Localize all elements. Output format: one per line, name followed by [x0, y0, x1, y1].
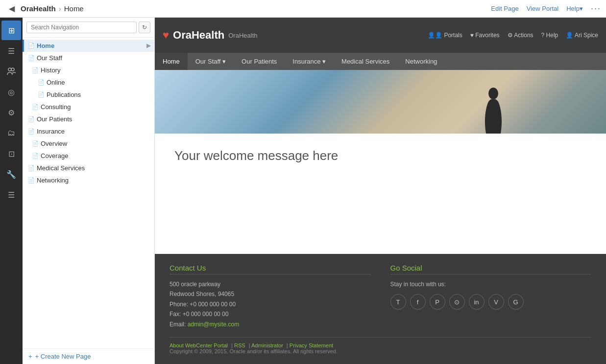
- portal-nav-our-patients[interactable]: Our Patients: [234, 53, 285, 70]
- app-name: OraHealth: [21, 4, 56, 13]
- expand-arrow-icon: ▶: [146, 43, 150, 49]
- vk-icon[interactable]: V: [488, 294, 504, 310]
- sidebar-structure-button[interactable]: ⊡: [1, 144, 21, 163]
- facebook-icon[interactable]: f: [410, 294, 426, 310]
- pinterest-icon[interactable]: P: [430, 294, 445, 310]
- contact-us-title: Contact Us: [170, 264, 371, 274]
- nav-item-online[interactable]: 📄 Online: [23, 76, 154, 89]
- refresh-button[interactable]: ↻: [139, 22, 150, 33]
- sidebar-analytics-button[interactable]: ◎: [1, 82, 21, 102]
- social-desc: Stay in touch with us:: [390, 279, 592, 289]
- nav-item-consulting[interactable]: 📄 Consulting: [23, 101, 154, 113]
- portals-button[interactable]: 👤👤 Portals: [428, 32, 462, 39]
- favorites-icon: ♥: [470, 32, 475, 39]
- svg-point-0: [8, 68, 11, 71]
- privacy-link[interactable]: Privacy Statement: [290, 342, 333, 348]
- portal-header: ♥ OraHealth OraHealth 👤👤 Portals ♥ Favor…: [155, 18, 606, 53]
- contact-details: 500 oracle parkway Redwood Shores, 94065…: [170, 279, 371, 329]
- nav-item-home[interactable]: 📄 Home ▶: [23, 40, 154, 52]
- nav-item-our-patients[interactable]: 📄 Our Patients: [23, 113, 154, 125]
- hero-silhouette: [479, 85, 508, 134]
- sidebar-content-button[interactable]: ☰: [1, 41, 21, 61]
- page-name: Home: [64, 4, 84, 13]
- email-link[interactable]: admin@mysite.com: [188, 321, 240, 328]
- welcome-section: Your welcome message here: [155, 134, 606, 254]
- nav-item-overview[interactable]: 📄 Overview: [23, 137, 154, 150]
- portal-nav-our-staff[interactable]: Our Staff ▾: [188, 53, 234, 70]
- googleplus-icon[interactable]: G: [508, 294, 524, 310]
- nav-item-coverage[interactable]: 📄 Coverage: [23, 150, 154, 162]
- welcome-title: Your welcome message here: [174, 148, 586, 163]
- sidebar-settings-button[interactable]: ⚙: [1, 103, 21, 122]
- nav-item-insurance[interactable]: 📄 Insurance: [23, 125, 154, 137]
- footer-bottom: About WebCenter Portal | RSS | Administr…: [170, 337, 591, 354]
- social-icons-row: T f P ⊙ in V G: [390, 294, 592, 310]
- page-icon: 📄: [32, 140, 39, 147]
- svg-point-1: [11, 68, 14, 71]
- view-portal-button[interactable]: View Portal: [527, 5, 559, 12]
- sidebar-assets-button[interactable]: 🗂: [1, 123, 21, 143]
- copyright-text: Copyright © 2009, 2015, Oracle and/or it…: [170, 348, 338, 354]
- portal-logo: ♥ OraHealth OraHealth: [163, 29, 257, 42]
- portal-sub-name: OraHealth: [228, 32, 257, 39]
- footer-contact-section: Contact Us 500 oracle parkway Redwood Sh…: [170, 264, 371, 329]
- back-button[interactable]: ◀: [5, 2, 19, 16]
- search-input[interactable]: [26, 22, 137, 33]
- portal-footer: Contact Us 500 oracle parkway Redwood Sh…: [155, 254, 606, 364]
- user-icon: 👤: [566, 32, 575, 39]
- page-icon: 📄: [38, 79, 45, 86]
- question-icon: ?: [541, 32, 546, 39]
- more-options-button[interactable]: ···: [591, 3, 601, 14]
- footer-grid: Contact Us 500 oracle parkway Redwood Sh…: [170, 264, 591, 329]
- portal-nav-home[interactable]: Home: [155, 53, 188, 70]
- nav-item-history[interactable]: 📄 History: [23, 64, 154, 76]
- portals-icon: 👤👤: [428, 32, 444, 39]
- page-icon: 📄: [28, 165, 35, 171]
- nav-item-our-staff[interactable]: 📄 Our Staff: [23, 52, 154, 64]
- linkedin-icon[interactable]: in: [469, 294, 485, 310]
- edit-page-button[interactable]: Edit Page: [491, 5, 518, 12]
- top-bar-actions: Edit Page View Portal Help▾ ···: [491, 3, 601, 14]
- breadcrumb: OraHealth › Home: [21, 4, 84, 13]
- plus-icon: +: [28, 353, 32, 360]
- portal-nav-insurance[interactable]: Insurance ▾: [285, 53, 334, 70]
- twitter-icon[interactable]: T: [390, 294, 406, 310]
- sidebar-pages-button[interactable]: ⊞: [1, 21, 21, 40]
- page-icon: 📄: [28, 116, 35, 122]
- nav-item-medical-services[interactable]: 📄 Medical Services: [23, 162, 154, 174]
- portal-nav-networking[interactable]: Networking: [397, 53, 445, 70]
- portal-topbar-right: 👤👤 Portals ♥ Favorites ⚙ Actions ? Help …: [428, 32, 598, 39]
- page-icon: 📄: [32, 67, 39, 73]
- people-icon: [7, 67, 16, 76]
- breadcrumb-separator: ›: [59, 4, 61, 13]
- page-icon: 📄: [32, 153, 39, 159]
- top-bar: ◀ OraHealth › Home Edit Page View Portal…: [0, 0, 606, 18]
- page-icon: 📄: [38, 91, 45, 98]
- portal-nav: Home Our Staff ▾ Our Patients Insurance …: [155, 53, 606, 70]
- rss-link[interactable]: RSS: [234, 342, 245, 348]
- sidebar-tools-button[interactable]: 🔧: [1, 164, 21, 184]
- page-icon: 📄: [28, 55, 35, 61]
- sidebar-more-button[interactable]: ☰: [1, 185, 21, 205]
- about-link[interactable]: About WebCenter Portal: [170, 342, 228, 348]
- portal-name: OraHealth: [173, 29, 224, 42]
- actions-button[interactable]: ⚙ Actions: [508, 32, 533, 39]
- page-icon: 📄: [32, 104, 39, 110]
- page-icon: 📄: [28, 43, 35, 49]
- heart-icon: ♥: [163, 29, 169, 42]
- create-new-page-button[interactable]: + + Create New Page: [23, 348, 154, 364]
- user-profile-button[interactable]: 👤 Ari Spice: [566, 32, 598, 39]
- github-icon[interactable]: ⊙: [449, 294, 465, 310]
- nav-item-networking[interactable]: 📄 Networking: [23, 174, 154, 186]
- help-button[interactable]: Help▾: [566, 5, 583, 12]
- icon-sidebar: ⊞ ☰ ◎ ⚙ 🗂 ⊡ 🔧 ☰: [0, 18, 23, 364]
- administrator-link[interactable]: Administrator: [251, 342, 283, 348]
- content-area: ♥ OraHealth OraHealth 👤👤 Portals ♥ Favor…: [155, 18, 606, 364]
- go-social-title: Go Social: [390, 264, 592, 274]
- nav-item-publications[interactable]: 📄 Publications: [23, 89, 154, 101]
- favorites-button[interactable]: ♥ Favorites: [470, 32, 500, 39]
- sidebar-people-button[interactable]: [1, 62, 21, 81]
- svg-point-2: [488, 88, 498, 99]
- portal-nav-medical-services[interactable]: Medical Services: [334, 53, 397, 70]
- help-portal-button[interactable]: ? Help: [541, 32, 558, 39]
